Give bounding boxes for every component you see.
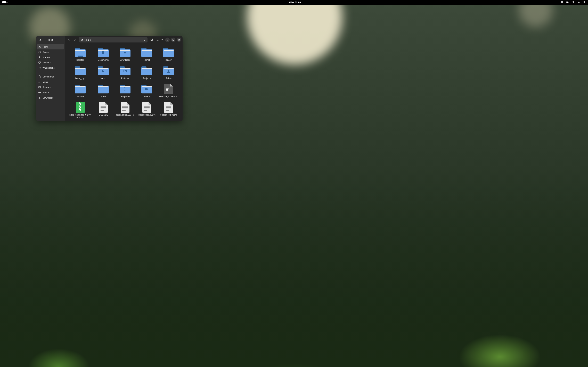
folder-icon <box>75 67 86 75</box>
svg-rect-1 <box>562 1 563 2</box>
file-item[interactable]: legacy <box>158 47 179 62</box>
file-item[interactable]: Projects <box>136 65 157 81</box>
file-item[interactable]: Music <box>93 65 114 81</box>
file-item[interactable]: kernel <box>136 47 157 62</box>
file-label: store <box>101 95 106 98</box>
file-label: Public <box>166 77 172 80</box>
svg-rect-26 <box>157 40 157 40</box>
sidebar-item-pictures[interactable]: Pictures <box>37 85 64 90</box>
file-item[interactable]: serpent <box>69 83 92 99</box>
volume-muted-icon[interactable] <box>578 1 580 4</box>
close-button[interactable] <box>177 38 181 42</box>
svg-rect-6 <box>584 1 585 1</box>
sidebar-item-downloads[interactable]: Downloads <box>37 95 64 100</box>
sidebar: Files HomeRecentStarredNetworkWastebaske… <box>36 36 65 121</box>
view-list-button[interactable] <box>155 37 160 42</box>
file-item[interactable]: LICENSE <box>93 101 114 120</box>
keyboard-layout-indicator[interactable]: en1 <box>566 1 569 4</box>
file-item[interactable]: ltrace_logs <box>69 65 92 81</box>
svg-rect-18 <box>38 92 40 93</box>
file-label: serpent <box>77 95 84 98</box>
file-label: Music <box>101 77 106 80</box>
file-item[interactable]: Documents <box>93 47 114 62</box>
view-options-button[interactable] <box>160 37 164 42</box>
text-file-icon <box>164 102 173 113</box>
svg-rect-0 <box>561 1 562 3</box>
file-label: Pictures <box>121 77 129 80</box>
file-label: legacy <box>165 59 172 61</box>
file-item[interactable]: #!DEBUG_STEAM.sh <box>158 83 179 99</box>
file-label: Documents <box>98 59 109 61</box>
archive-file-icon <box>76 102 85 113</box>
sidebar-item-label: Recent <box>43 51 50 53</box>
sidebar-item-documents[interactable]: Documents <box>37 74 64 79</box>
svg-point-22 <box>144 40 145 41</box>
file-item[interactable]: loggage.log.32148 <box>158 101 179 120</box>
file-label: loggage.log.32146 <box>138 114 156 116</box>
svg-rect-13 <box>39 62 41 63</box>
path-bar[interactable]: Home <box>79 37 147 42</box>
file-label: DEBUG_STEAM.sh <box>159 95 178 98</box>
file-item[interactable]: hugo_extended_0.140.0_linux- <box>69 101 92 120</box>
path-crumb-home[interactable]: Home <box>80 38 92 42</box>
folder-icon <box>163 48 174 57</box>
minimize-button[interactable] <box>165 38 170 42</box>
folder-icon <box>141 85 152 93</box>
svg-point-35 <box>168 69 169 71</box>
sidebar-item-home[interactable]: Home <box>37 44 64 50</box>
folder-icon <box>98 67 109 75</box>
sidebar-item-label: Network <box>43 61 51 64</box>
sidebar-item-label: Documents <box>43 75 54 78</box>
folder-icon <box>75 48 86 57</box>
file-label: Downloads <box>120 59 130 61</box>
file-item[interactable]: Pictures <box>114 65 136 81</box>
file-grid-area[interactable]: DesktopDocumentsDownloadskernellegacyltr… <box>65 43 182 121</box>
folder-icon <box>98 48 109 57</box>
maximize-button[interactable] <box>171 38 175 42</box>
clock[interactable]: 19 Dec 12:00 <box>287 1 301 4</box>
app-title: Files <box>44 39 57 41</box>
svg-rect-28 <box>157 40 157 41</box>
script-file-icon: #! <box>164 84 173 94</box>
file-item[interactable]: store <box>93 83 114 99</box>
sidebar-item-network[interactable]: Network <box>37 60 64 65</box>
file-item[interactable]: Videos <box>136 83 157 99</box>
svg-rect-2 <box>562 2 563 3</box>
sidebar-item-label: Wastebasket <box>43 67 55 69</box>
forward-button[interactable] <box>72 37 78 42</box>
new-tab-button[interactable] <box>149 37 154 42</box>
sidebar-menu-button[interactable] <box>59 37 63 42</box>
path-menu-button[interactable] <box>142 37 147 42</box>
back-button[interactable] <box>67 37 72 42</box>
search-button[interactable] <box>38 37 42 42</box>
svg-point-9 <box>61 39 61 39</box>
file-item[interactable]: Downloads <box>114 47 136 62</box>
file-item[interactable]: Public <box>158 65 179 81</box>
sidebar-item-music[interactable]: Music <box>37 79 64 85</box>
battery-icon[interactable] <box>583 1 586 4</box>
file-item[interactable]: Templates <box>114 83 136 99</box>
file-item[interactable]: loggage.log.32145 <box>114 101 136 120</box>
sidebar-item-wastebasket[interactable]: Wastebasket <box>37 65 64 70</box>
file-label: Projects <box>143 77 151 80</box>
file-item[interactable]: loggage.log.32146 <box>136 101 157 120</box>
sidebar-item-label: Starred <box>43 56 50 58</box>
file-item[interactable]: Desktop <box>69 47 92 62</box>
svg-rect-30 <box>167 40 168 41</box>
tiling-indicator-icon[interactable] <box>561 1 563 4</box>
sidebar-item-starred[interactable]: Starred <box>37 55 64 60</box>
network-icon[interactable] <box>572 1 575 4</box>
activities-pill[interactable] <box>2 1 7 3</box>
sidebar-item-recent[interactable]: Recent <box>37 50 64 55</box>
svg-rect-24 <box>157 39 157 39</box>
top-panel: 19 Dec 12:00 en1 <box>0 0 588 5</box>
file-label: LICENSE <box>99 114 108 116</box>
sidebar-item-label: Home <box>43 46 49 48</box>
svg-rect-14 <box>39 63 40 64</box>
main-area: Home <box>65 36 182 121</box>
sidebar-item-label: Music <box>43 81 48 83</box>
file-label: ltrace_logs <box>75 77 86 80</box>
workspace-indicator[interactable] <box>8 2 8 3</box>
sidebar-item-videos[interactable]: Videos <box>37 90 64 95</box>
sidebar-item-label: Videos <box>43 91 49 94</box>
